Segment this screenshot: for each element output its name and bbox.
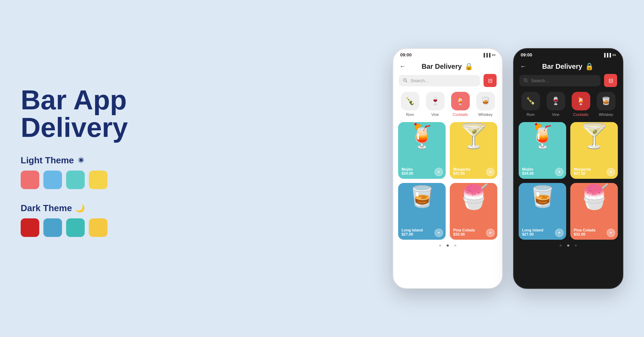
light-phone: 09:00 ▐▐▐ ▭ ← Bar Delivery 🔒 Search... <box>393 48 503 289</box>
whiskey-label-light: Whiskey <box>478 112 493 117</box>
longisland-card-light[interactable]: 🥃 Long Island $27.00 + <box>398 183 446 240</box>
battery-icon-dark: ▭ <box>612 53 616 57</box>
vine-icon-wrap-light: 🍷 <box>426 92 445 110</box>
category-vine-light[interactable]: 🍷 Vine <box>426 92 445 117</box>
dark-theme-section: Dark Theme 🌙 <box>21 203 165 237</box>
dark-phone: 09:00 ▐▐▐ ▭ ← Bar Delivery 🔒 Search... <box>513 48 623 289</box>
mojito-add-dark[interactable]: + <box>555 168 563 176</box>
pinacolada-add-light[interactable]: + <box>486 229 495 237</box>
nav-dot-1-dark <box>560 244 562 247</box>
dark-theme-label: Dark Theme 🌙 <box>21 203 165 214</box>
categories-light: 🍾 Rom 🍷 Vine 🍹 Cocktails 🥃 Whiskey <box>393 92 502 122</box>
category-whiskey-dark[interactable]: 🥃 Whiskey <box>597 92 615 117</box>
svg-line-3 <box>527 81 528 83</box>
search-icon-dark <box>523 78 528 83</box>
app-header-light: ← Bar Delivery 🔒 <box>393 59 502 74</box>
margarita-add-light[interactable]: + <box>486 168 495 176</box>
sun-icon: ☀ <box>77 156 84 165</box>
margarita-emoji-dark: 🍸 <box>579 124 609 148</box>
status-icons-dark: ▐▐▐ ▭ <box>603 53 616 57</box>
battery-icon: ▭ <box>492 53 495 57</box>
left-section: Bar App Delivery Light Theme ☀ Dark Them… <box>21 86 165 251</box>
longisland-emoji-light: 🥃 <box>409 186 435 207</box>
light-swatch-3 <box>66 171 85 189</box>
phones-container: 09:00 ▐▐▐ ▭ ← Bar Delivery 🔒 Search... <box>393 48 623 289</box>
vine-label-dark: Vine <box>552 112 560 117</box>
bottom-nav-dark <box>514 240 623 249</box>
lock-icon-light: 🔒 <box>465 62 473 70</box>
dark-swatches <box>21 218 165 237</box>
cocktails-label-dark: Cocktails <box>573 112 589 117</box>
category-vine-dark[interactable]: 🍷 Vine <box>547 92 565 117</box>
longisland-card-dark[interactable]: 🥃 Long Island $27.00 + <box>519 183 566 240</box>
light-swatch-4 <box>89 171 107 189</box>
longisland-add-light[interactable]: + <box>435 229 443 237</box>
light-theme-label: Light Theme ☀ <box>21 155 165 166</box>
status-icons-light: ▐▐▐ ▭ <box>482 53 495 57</box>
pinacolada-emoji-dark: 🍧 <box>579 185 609 209</box>
margarita-card-dark[interactable]: 🍸 Margarita $37.50 + <box>570 122 618 179</box>
status-time-light: 09:00 <box>400 52 412 57</box>
whiskey-icon-wrap-dark: 🥃 <box>597 92 615 110</box>
title-line1: Bar App <box>21 85 127 115</box>
status-time-dark: 09:00 <box>521 52 532 57</box>
search-input-light[interactable]: Search... <box>399 75 480 86</box>
whiskey-icon-wrap-light: 🥃 <box>476 92 495 110</box>
rom-label-light: Rom <box>406 112 414 117</box>
whiskey-label-dark: Whiskey <box>599 112 613 117</box>
nav-dot-2-dark <box>567 244 569 247</box>
rom-icon-wrap-light: 🍾 <box>401 92 419 110</box>
margarita-add-dark[interactable]: + <box>607 168 615 176</box>
rom-icon-wrap-dark: 🍾 <box>521 92 540 110</box>
back-button-light[interactable]: ← <box>399 63 406 70</box>
header-title-light: Bar Delivery 🔒 <box>422 62 473 70</box>
category-whiskey-light[interactable]: 🥃 Whiskey <box>476 92 495 117</box>
mojito-card-dark[interactable]: 🍹 Mojito $34.00 + <box>519 122 566 179</box>
categories-dark: 🍾 Rom 🍷 Vine 🍹 Cocktails 🥃 Whiskey <box>514 92 623 122</box>
filter-button-light[interactable]: ⊟ <box>484 74 497 87</box>
longisland-add-dark[interactable]: + <box>555 229 563 237</box>
nav-dot-1-light <box>439 244 441 247</box>
mojito-emoji-dark: 🍹 <box>528 124 558 148</box>
status-bar-dark: 09:00 ▐▐▐ ▭ <box>514 49 623 59</box>
margarita-card-light[interactable]: 🍸 Margarita $37.00 + <box>450 122 497 179</box>
category-rom-light[interactable]: 🍾 Rom <box>401 92 419 117</box>
bottom-nav-light <box>393 240 502 249</box>
search-bar-dark: Search... ⊟ <box>514 74 623 92</box>
vine-icon-wrap-dark: 🍷 <box>547 92 565 110</box>
svg-point-2 <box>524 79 527 81</box>
svg-line-1 <box>406 81 407 83</box>
cocktails-icon-wrap-dark: 🍹 <box>572 92 590 110</box>
dark-swatch-3 <box>66 218 85 237</box>
pinacolada-card-light[interactable]: 🍧 Pina Colada $32.00 + <box>450 183 497 240</box>
title-line2: Delivery <box>21 112 128 143</box>
pinacolada-card-dark[interactable]: 🍧 Pina Colada $32.00 + <box>570 183 618 240</box>
cocktail-grid-dark: 🍹 Mojito $34.00 + 🍸 Margarita $37.50 + 🥃… <box>514 122 623 240</box>
search-input-dark[interactable]: Search... <box>519 75 601 86</box>
light-theme-section: Light Theme ☀ <box>21 155 165 189</box>
light-swatch-2 <box>43 171 62 189</box>
lock-icon-dark: 🔒 <box>585 62 594 70</box>
status-bar-light: 09:00 ▐▐▐ ▭ <box>393 49 502 59</box>
back-button-dark[interactable]: ← <box>520 63 526 70</box>
moon-icon: 🌙 <box>75 204 85 213</box>
category-rom-dark[interactable]: 🍾 Rom <box>521 92 540 117</box>
header-title-dark: Bar Delivery 🔒 <box>542 62 594 70</box>
cocktail-grid-light: 🍹 Mojito $34.00 + 🍸 Margarita $37.00 + 🥃… <box>393 122 502 240</box>
mojito-card-light[interactable]: 🍹 Mojito $34.00 + <box>398 122 446 179</box>
search-icon-light <box>403 78 408 83</box>
light-swatches <box>21 171 165 189</box>
mojito-add-light[interactable]: + <box>435 168 443 176</box>
search-bar-light: Search... ⊟ <box>393 74 502 92</box>
signal-icon-dark: ▐▐▐ <box>603 53 611 57</box>
nav-dot-3-light <box>454 244 456 247</box>
pinacolada-add-dark[interactable]: + <box>607 229 615 237</box>
app-header-dark: ← Bar Delivery 🔒 <box>514 59 623 74</box>
category-cocktails-light[interactable]: 🍹 Cocktails <box>451 92 470 117</box>
vine-label-light: Vine <box>432 112 439 117</box>
filter-button-dark[interactable]: ⊟ <box>604 74 617 87</box>
category-cocktails-dark[interactable]: 🍹 Cocktails <box>572 92 590 117</box>
rom-label-dark: Rom <box>527 112 534 117</box>
dark-swatch-2 <box>43 218 62 237</box>
mojito-emoji-light: 🍹 <box>407 124 437 148</box>
